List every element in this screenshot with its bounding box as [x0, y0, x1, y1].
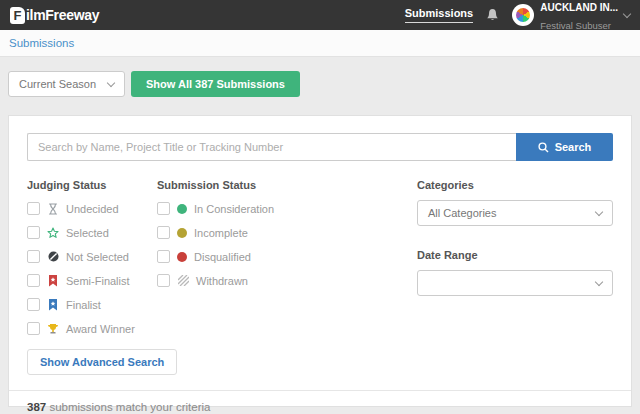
ribbon-red-icon: [47, 275, 59, 287]
categories-column: Categories All Categories Date Range: [417, 179, 613, 335]
breadcrumb: Submissions: [0, 30, 640, 57]
withdrawn-checkbox[interactable]: [157, 274, 170, 287]
chevron-down-icon: [595, 207, 603, 215]
season-select-value: Current Season: [19, 78, 96, 90]
semi-finalist-checkbox[interactable]: [27, 274, 40, 287]
season-select[interactable]: Current Season: [8, 71, 125, 97]
filter-undecided[interactable]: Undecided: [27, 202, 157, 215]
not-selected-checkbox[interactable]: [27, 250, 40, 263]
filter-disqualified[interactable]: Disqualified: [157, 250, 388, 263]
disqualified-checkbox[interactable]: [157, 250, 170, 263]
incomplete-checkbox[interactable]: [157, 226, 170, 239]
no-entry-icon: [47, 251, 59, 263]
search-button[interactable]: Search: [516, 133, 613, 161]
filmfreeway-logo-icon: F: [10, 7, 25, 24]
divider: [9, 390, 631, 391]
top-header: F ilmFreeway Submissions AUCKLAND IN... …: [0, 0, 640, 30]
chevron-down-icon: [107, 78, 115, 86]
results-count-line: 387 submissions match your criteria: [27, 401, 613, 413]
show-advanced-search-button[interactable]: Show Advanced Search: [27, 349, 177, 375]
search-row: Search: [27, 133, 613, 161]
search-input[interactable]: [27, 133, 516, 161]
user-role: Festival Subuser: [540, 20, 611, 31]
filters-section: Judging Status Undecided Selected: [27, 179, 613, 335]
hourglass-icon: [47, 203, 59, 215]
filter-not-selected[interactable]: Not Selected: [27, 250, 157, 263]
search-icon: [538, 142, 549, 153]
show-all-submissions-button[interactable]: Show All 387 Submissions: [131, 71, 300, 97]
trophy-icon: [47, 323, 59, 335]
season-controls: Current Season Show All 387 Submissions: [8, 71, 632, 97]
selected-checkbox[interactable]: [27, 226, 40, 239]
undecided-checkbox[interactable]: [27, 202, 40, 215]
bell-icon[interactable]: [486, 8, 499, 22]
user-name: AUCKLAND IN...: [540, 2, 618, 13]
filter-selected[interactable]: Selected: [27, 226, 157, 239]
yellow-dot-icon: [177, 228, 187, 238]
date-range-title: Date Range: [417, 249, 613, 261]
avatar: [512, 4, 534, 26]
chevron-down-icon: [595, 277, 603, 285]
search-filters-card: Search Judging Status Undecided: [8, 115, 632, 407]
green-dot-icon: [177, 204, 187, 214]
filmfreeway-logo-text: ilmFreeway: [26, 7, 99, 23]
filter-in-consideration[interactable]: In Consideration: [157, 202, 388, 215]
chevron-down-icon: [623, 9, 631, 17]
date-range-select[interactable]: [417, 270, 613, 296]
filter-semi-finalist[interactable]: Semi-Finalist: [27, 274, 157, 287]
in-consideration-checkbox[interactable]: [157, 202, 170, 215]
finalist-checkbox[interactable]: [27, 298, 40, 311]
filter-withdrawn[interactable]: Withdrawn: [157, 274, 388, 287]
judging-status-column: Judging Status Undecided Selected: [27, 179, 157, 335]
results-count-text: submissions match your criteria: [46, 401, 210, 413]
categories-title: Categories: [417, 179, 613, 191]
results-count: 387: [27, 401, 46, 413]
nav-submissions[interactable]: Submissions: [405, 7, 473, 23]
submission-status-title: Submission Status: [157, 179, 388, 191]
award-winner-checkbox[interactable]: [27, 322, 40, 335]
categories-select[interactable]: All Categories: [417, 200, 613, 226]
user-menu[interactable]: AUCKLAND IN... Festival Subuser: [512, 0, 630, 33]
filmfreeway-logo[interactable]: F ilmFreeway: [10, 7, 99, 24]
star-icon: [47, 227, 59, 239]
categories-select-value: All Categories: [428, 207, 496, 219]
filter-award-winner[interactable]: Award Winner: [27, 322, 157, 335]
submission-status-column: Submission Status In Consideration Incom…: [157, 179, 388, 335]
stripes-icon: [177, 275, 189, 287]
judging-status-title: Judging Status: [27, 179, 157, 191]
red-dot-icon: [177, 252, 187, 262]
filter-finalist[interactable]: Finalist: [27, 298, 157, 311]
ribbon-blue-icon: [47, 299, 59, 311]
filmfreeway-app: F ilmFreeway Submissions AUCKLAND IN... …: [0, 0, 640, 414]
breadcrumb-submissions-link[interactable]: Submissions: [9, 37, 74, 49]
filter-incomplete[interactable]: Incomplete: [157, 226, 388, 239]
